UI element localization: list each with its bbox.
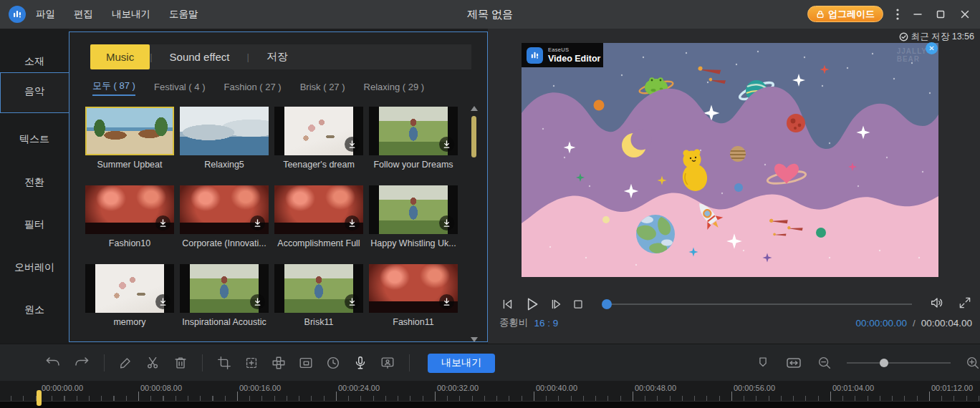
- tab-saved[interactable]: 저장: [249, 44, 305, 69]
- scrollbar-thumb[interactable]: [471, 116, 476, 157]
- music-item-thumbnail[interactable]: [180, 185, 269, 234]
- music-item[interactable]: Fashion10: [82, 185, 177, 248]
- menu-export[interactable]: 내보내기: [112, 8, 150, 21]
- download-icon[interactable]: [439, 215, 454, 230]
- menu-help[interactable]: 도움말: [169, 8, 198, 21]
- music-item-thumbnail[interactable]: [85, 185, 174, 234]
- screen-record-icon[interactable]: [380, 355, 395, 371]
- more-menu-icon[interactable]: [890, 6, 905, 22]
- previous-frame-button[interactable]: [499, 296, 515, 312]
- music-item[interactable]: Corporate (Innovati...: [177, 185, 272, 248]
- download-icon[interactable]: [250, 294, 265, 309]
- fullscreen-icon[interactable]: [958, 296, 972, 313]
- edit-pencil-icon[interactable]: [118, 355, 134, 371]
- cut-scissors-icon[interactable]: [145, 355, 161, 371]
- download-icon[interactable]: [345, 294, 360, 309]
- sidebar-item-filter[interactable]: 필터: [0, 215, 69, 235]
- preview-info-row: 종횡비 16 : 9 00:00:00.00 / 00:00:04.00: [499, 316, 972, 329]
- redo-icon[interactable]: [73, 354, 90, 371]
- panel-scrollbar[interactable]: [470, 106, 479, 342]
- zoom-slider-handle[interactable]: [880, 359, 888, 367]
- sidebar-item-elements[interactable]: 원소: [0, 300, 69, 320]
- scrollbar-up-arrow-icon[interactable]: [471, 106, 478, 111]
- undo-icon[interactable]: [44, 354, 62, 371]
- music-item-thumbnail[interactable]: [180, 107, 269, 155]
- download-icon[interactable]: [345, 137, 360, 152]
- filter-festival[interactable]: Festival ( 4 ): [154, 82, 206, 94]
- maximize-button[interactable]: [931, 6, 950, 22]
- filter-fashion[interactable]: Fashion ( 27 ): [224, 82, 281, 94]
- sidebar-item-media[interactable]: 소재: [0, 52, 69, 72]
- sidebar-item-text[interactable]: 텍스트: [0, 130, 69, 150]
- tab-music[interactable]: Music: [90, 44, 150, 69]
- sidebar-item-overlay[interactable]: 오버레이: [0, 258, 69, 278]
- play-button[interactable]: [522, 295, 541, 314]
- duration-clock-icon[interactable]: [325, 355, 341, 371]
- filter-relaxing[interactable]: Relaxing ( 29 ): [364, 82, 425, 94]
- zoom-out-icon[interactable]: [817, 355, 832, 371]
- ruler-label: 00:01:04.00: [832, 384, 874, 392]
- close-button[interactable]: [956, 6, 974, 22]
- filter-brisk[interactable]: Brisk ( 27 ): [300, 82, 345, 94]
- timeline-ruler[interactable]: 00:00:00.00 00:00:08.00 00:00:16.00 00:0…: [0, 381, 980, 401]
- fit-timeline-icon[interactable]: [785, 354, 802, 371]
- music-item[interactable]: Relaxing5: [177, 107, 272, 170]
- music-item[interactable]: Happy Whistling Uk...: [366, 185, 461, 248]
- sidebar-item-music[interactable]: 음악: [0, 82, 69, 102]
- marker-flag-icon[interactable]: [755, 355, 771, 371]
- download-icon[interactable]: [439, 294, 454, 309]
- timeline-zoom-slider[interactable]: [847, 362, 951, 364]
- music-item-thumbnail[interactable]: [180, 264, 269, 313]
- delete-trash-icon[interactable]: [173, 355, 188, 371]
- music-item[interactable]: Brisk11: [272, 264, 366, 327]
- tab-sound-effect[interactable]: Sound effect: [153, 44, 247, 69]
- playback-controls: [499, 293, 972, 315]
- menu-edit[interactable]: 편집: [74, 8, 93, 21]
- remove-watermark-button[interactable]: ✕: [926, 42, 938, 54]
- music-item-thumbnail[interactable]: [369, 264, 458, 313]
- download-icon[interactable]: [439, 137, 454, 152]
- seek-handle[interactable]: [602, 299, 612, 309]
- voiceover-mic-icon[interactable]: [352, 355, 368, 371]
- music-item[interactable]: memory: [82, 264, 177, 327]
- music-item-thumbnail[interactable]: [274, 264, 363, 313]
- download-icon[interactable]: [155, 215, 170, 230]
- logo-product-text: Video Editor: [548, 54, 600, 64]
- download-icon[interactable]: [345, 215, 360, 230]
- sidebar-item-transition[interactable]: 전환: [0, 173, 69, 193]
- music-item[interactable]: Teenager's dream: [272, 107, 366, 170]
- playhead[interactable]: [37, 390, 42, 406]
- music-item[interactable]: Fashion11: [366, 264, 461, 327]
- stop-button[interactable]: [571, 297, 585, 311]
- mosaic-icon[interactable]: [271, 355, 287, 371]
- minimize-button[interactable]: [908, 6, 927, 22]
- music-item-thumbnail[interactable]: [85, 107, 174, 155]
- upgrade-button[interactable]: 업그레이드: [807, 6, 883, 22]
- music-item-thumbnail[interactable]: [274, 107, 363, 155]
- freeze-frame-icon[interactable]: [244, 355, 259, 371]
- easeus-logo-icon: [527, 47, 543, 64]
- music-item-thumbnail[interactable]: [274, 185, 363, 234]
- music-item[interactable]: Summer Upbeat: [82, 107, 177, 170]
- aspect-ratio-label: 종횡비: [499, 316, 529, 329]
- filter-all[interactable]: 모두 ( 87 ): [92, 79, 135, 96]
- download-icon[interactable]: [250, 215, 265, 230]
- music-item-thumbnail[interactable]: [369, 185, 458, 234]
- zoom-in-icon[interactable]: [965, 355, 980, 371]
- seek-slider[interactable]: [602, 303, 912, 305]
- music-item[interactable]: Inspirational Acoustic: [177, 264, 272, 327]
- scrollbar-down-arrow-icon[interactable]: [471, 337, 478, 342]
- crop-icon[interactable]: [216, 355, 232, 371]
- music-item[interactable]: Follow your Dreams: [366, 107, 461, 170]
- download-icon[interactable]: [155, 294, 170, 309]
- picture-in-picture-icon[interactable]: [298, 355, 314, 371]
- timeline-track-area[interactable]: [0, 401, 980, 408]
- next-frame-button[interactable]: [548, 296, 564, 312]
- music-item-thumbnail[interactable]: [369, 107, 458, 155]
- music-item[interactable]: Accomplishment Full: [272, 185, 366, 248]
- aspect-ratio-value[interactable]: 16 : 9: [534, 318, 559, 329]
- music-item-thumbnail[interactable]: [85, 264, 174, 313]
- volume-icon[interactable]: [929, 295, 945, 314]
- export-button[interactable]: 내보내기: [428, 354, 495, 373]
- menu-file[interactable]: 파일: [36, 8, 55, 21]
